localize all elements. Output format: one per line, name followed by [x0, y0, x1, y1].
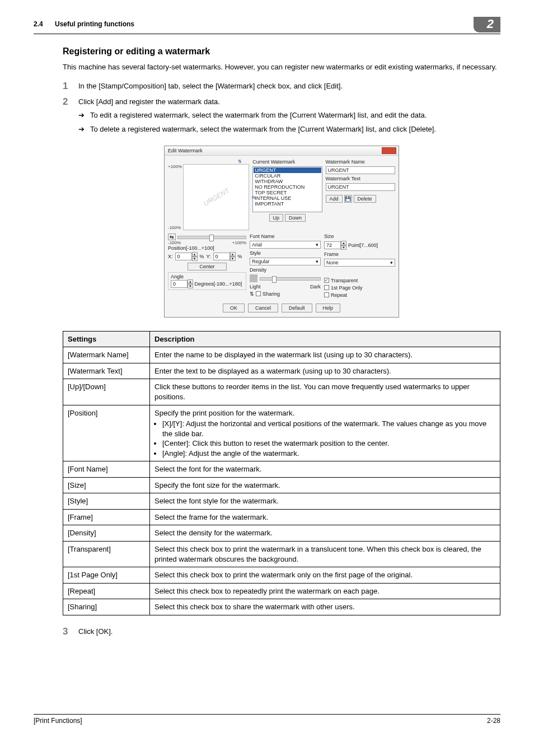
- scale-label: -100%: [168, 225, 182, 230]
- watermark-text-label: Watermark Text: [326, 176, 395, 181]
- default-button[interactable]: Default: [282, 304, 312, 312]
- chapter-number-chip: 2: [474, 17, 500, 32]
- list-item[interactable]: IMPORTANT: [254, 201, 321, 207]
- table-row: [Watermark Text]Enter the text to be dis…: [63, 363, 500, 379]
- page-header: 2.4 Useful printing functions 2: [34, 17, 500, 34]
- density-swatch: [250, 274, 257, 282]
- font-name-select[interactable]: Arial▾: [250, 241, 321, 249]
- dialog-title: Edit Watermark: [168, 148, 203, 153]
- add-button[interactable]: Add: [326, 195, 343, 203]
- scale-label: +100%: [232, 240, 246, 245]
- watermark-name-input[interactable]: URGENT: [326, 166, 395, 174]
- list-item[interactable]: TOP SECRET: [254, 190, 321, 195]
- settings-table: Settings Description [Watermark Name]Ent…: [63, 331, 500, 615]
- step-number: 1: [63, 81, 78, 92]
- ruler-icon: ⇅: [238, 159, 242, 164]
- current-watermark-label: Current Watermark: [252, 159, 322, 165]
- watermark-preview: URGENT ⇆: [183, 164, 249, 230]
- angle-label: Angle: [171, 274, 184, 279]
- table-row: [Watermark Name]Enter the name to be dis…: [63, 347, 500, 363]
- step-number: 3: [63, 627, 78, 637]
- y-label: Y:: [207, 254, 211, 259]
- table-row: [Frame]Select the frame for the watermar…: [63, 509, 500, 525]
- transparent-checkbox[interactable]: ✓: [324, 278, 329, 283]
- table-row: [Repeat]Select this check box to repeate…: [63, 583, 500, 599]
- step-sub-bullet: To delete a registered watermark, select…: [90, 124, 436, 134]
- footer-right: 2-28: [487, 717, 500, 725]
- table-header-settings: Settings: [63, 331, 150, 347]
- current-watermark-list[interactable]: URGENT CIRCULAR WITHDRAW NO REPRODUCTION…: [252, 166, 322, 212]
- size-input[interactable]: 72▲▼: [324, 241, 346, 250]
- density-slider[interactable]: [260, 277, 321, 281]
- close-icon[interactable]: [382, 147, 396, 154]
- ruler-icon: ⇆: [251, 194, 255, 199]
- transparent-label: Transparent: [331, 278, 358, 283]
- scale-label: -100%: [168, 240, 181, 245]
- angle-input[interactable]: 0▲▼: [171, 279, 193, 288]
- table-row: [Up]/[Down]Click these buttons to reorde…: [63, 379, 500, 405]
- ok-button[interactable]: OK: [223, 304, 245, 312]
- style-select[interactable]: Regular▾: [250, 258, 321, 265]
- sharing-label: Sharing: [263, 291, 280, 297]
- preview-text: URGENT: [202, 186, 231, 207]
- sharing-checkbox[interactable]: [256, 291, 261, 296]
- footer-left: [Print Functions]: [34, 717, 82, 725]
- repeat-checkbox[interactable]: [324, 292, 329, 297]
- step-number: 2: [63, 97, 78, 138]
- step-text: Click [OK].: [78, 627, 500, 637]
- frame-label: Frame: [324, 251, 395, 257]
- chevron-down-icon: ▾: [390, 260, 393, 265]
- table-row: [Sharing]Select this check box to share …: [63, 599, 500, 615]
- repeat-label: Repeat: [331, 292, 347, 298]
- density-label: Density: [250, 267, 321, 273]
- position-label: Position[-100...+100]: [168, 245, 214, 251]
- scale-label: +100%: [168, 164, 182, 169]
- section-number: 2.4: [34, 20, 43, 28]
- density-dark-label: Dark: [310, 284, 321, 290]
- step-sub-bullet: To edit a registered watermark, select t…: [90, 110, 427, 120]
- table-row: [1st Page Only]Select this check box to …: [63, 567, 500, 584]
- delete-button[interactable]: Delete: [354, 195, 376, 203]
- chevron-down-icon: ▾: [316, 242, 318, 248]
- list-item[interactable]: CIRCULAR: [254, 173, 321, 179]
- save-icon[interactable]: 💾: [344, 195, 352, 203]
- step-text: Click [Add] and register the watermark d…: [78, 97, 220, 106]
- frame-select[interactable]: None▾: [324, 259, 395, 267]
- page-footer: [Print Functions] 2-28: [34, 714, 500, 725]
- table-row: [Size]Specify the font size for the wate…: [63, 477, 500, 493]
- table-header-description: Description: [150, 331, 500, 347]
- first-page-label: 1st Page Only: [331, 285, 363, 291]
- size-label: Size: [324, 234, 395, 239]
- chevron-down-icon: ▾: [316, 259, 318, 264]
- section-title: Useful printing functions: [55, 20, 134, 28]
- x-input[interactable]: 0▲▼: [175, 252, 198, 261]
- up-button[interactable]: Up: [269, 214, 284, 222]
- list-item[interactable]: INTERNAL USE: [254, 195, 321, 201]
- list-item[interactable]: WITHDRAW: [254, 179, 321, 184]
- position-x-slider[interactable]: [177, 236, 246, 239]
- ruler-icon: ⇅: [250, 291, 254, 297]
- table-row: [Font Name]Select the font for the water…: [63, 461, 500, 478]
- table-row: [Density]Select the density for the wate…: [63, 525, 500, 542]
- center-button[interactable]: Center: [188, 263, 226, 270]
- step-1: 1 In the [Stamp/Composition] tab, select…: [63, 81, 500, 92]
- help-button[interactable]: Help: [316, 304, 341, 312]
- step-text: In the [Stamp/Composition] tab, select t…: [78, 81, 500, 92]
- subheading: Registering or editing a watermark: [63, 46, 500, 57]
- table-row: [Style]Select the font style for the wat…: [63, 493, 500, 510]
- y-input[interactable]: 0▲▼: [213, 252, 236, 261]
- angle-unit: Degrees[-180...+180]: [195, 281, 242, 287]
- table-row: [Transparent]Select this check box to pr…: [63, 542, 500, 567]
- table-row: [Position] Specify the print position fo…: [63, 405, 500, 461]
- intro-paragraph: This machine has several factory-set wat…: [63, 62, 500, 72]
- watermark-text-input[interactable]: URGENT: [326, 183, 395, 191]
- edit-watermark-dialog: Edit Watermark ⇅ +100: [164, 146, 399, 318]
- down-button[interactable]: Down: [285, 214, 306, 222]
- list-item[interactable]: NO REPRODUCTION: [254, 184, 321, 190]
- font-name-label: Font Name: [250, 234, 321, 239]
- step-3: 3 Click [OK].: [63, 627, 500, 637]
- cancel-button[interactable]: Cancel: [248, 304, 278, 312]
- first-page-checkbox[interactable]: [324, 285, 329, 290]
- step-2: 2 Click [Add] and register the watermark…: [63, 97, 500, 138]
- list-item[interactable]: URGENT: [254, 167, 321, 173]
